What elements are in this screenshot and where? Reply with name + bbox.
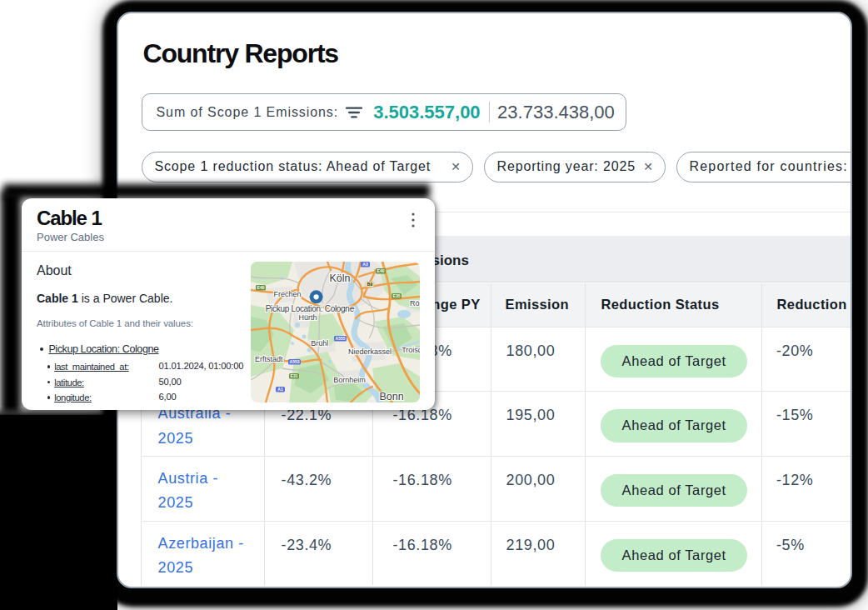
svg-text:Pickup Location: Cologne: Pickup Location: Cologne bbox=[265, 304, 354, 313]
svg-text:E31: E31 bbox=[290, 373, 297, 378]
svg-text:Troisdo: Troisdo bbox=[402, 345, 420, 353]
svg-text:A553: A553 bbox=[289, 359, 299, 364]
svg-text:E40: E40 bbox=[377, 268, 384, 273]
svg-text:Bonn: Bonn bbox=[379, 391, 403, 402]
svg-text:A555: A555 bbox=[335, 336, 345, 341]
svg-text:A1: A1 bbox=[277, 387, 283, 392]
svg-text:Brühl: Brühl bbox=[311, 338, 328, 347]
svg-text:Köln: Köln bbox=[329, 272, 350, 284]
svg-text:Niederkassel: Niederkassel bbox=[347, 348, 391, 356]
svg-text:Hürth: Hürth bbox=[298, 313, 317, 322]
svg-text:Rös: Rös bbox=[409, 298, 419, 307]
svg-text:Erftstadt: Erftstadt bbox=[255, 354, 283, 362]
svg-text:Frechen: Frechen bbox=[273, 290, 301, 298]
svg-text:E40: E40 bbox=[257, 285, 264, 290]
svg-text:Bornheim: Bornheim bbox=[333, 375, 366, 383]
svg-text:B9: B9 bbox=[367, 282, 372, 287]
svg-text:A3: A3 bbox=[362, 262, 368, 267]
svg-text:E35: E35 bbox=[392, 293, 400, 298]
